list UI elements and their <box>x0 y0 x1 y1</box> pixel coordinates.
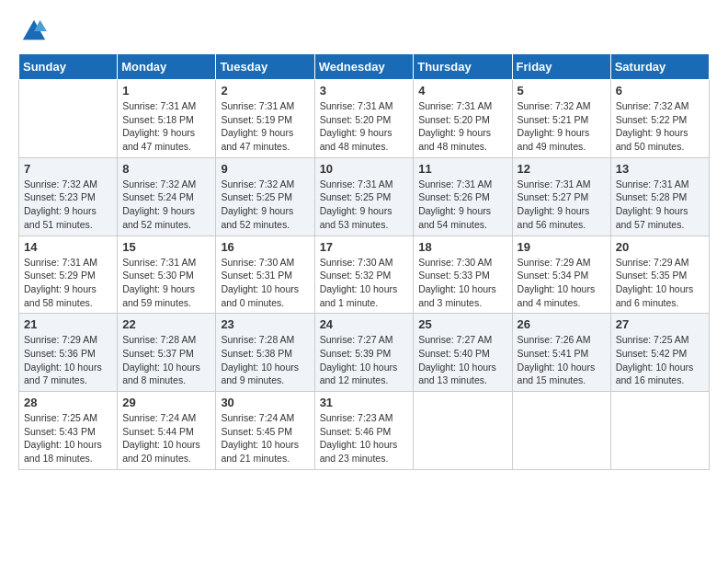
day-info: Sunrise: 7:31 AM Sunset: 5:30 PM Dayligh… <box>122 256 210 310</box>
calendar-day-cell: 11Sunrise: 7:31 AM Sunset: 5:26 PM Dayli… <box>414 157 512 236</box>
day-number: 18 <box>418 240 506 254</box>
calendar-day-cell: 31Sunrise: 7:23 AM Sunset: 5:46 PM Dayli… <box>314 392 414 470</box>
day-number: 6 <box>616 84 704 98</box>
day-number: 23 <box>221 317 309 331</box>
day-number: 27 <box>616 317 704 331</box>
day-info: Sunrise: 7:26 AM Sunset: 5:41 PM Dayligh… <box>518 333 606 387</box>
day-number: 5 <box>518 84 606 98</box>
day-info: Sunrise: 7:31 AM Sunset: 5:19 PM Dayligh… <box>221 99 309 154</box>
calendar-day-cell: 30Sunrise: 7:24 AM Sunset: 5:45 PM Dayli… <box>216 392 314 470</box>
calendar-day-cell: 27Sunrise: 7:25 AM Sunset: 5:42 PM Dayli… <box>610 314 709 392</box>
day-info: Sunrise: 7:25 AM Sunset: 5:42 PM Dayligh… <box>616 333 704 387</box>
calendar-empty-cell <box>610 392 709 470</box>
calendar-day-cell: 21Sunrise: 7:29 AM Sunset: 5:36 PM Dayli… <box>19 314 118 392</box>
calendar-day-cell: 5Sunrise: 7:32 AM Sunset: 5:21 PM Daylig… <box>512 80 610 158</box>
calendar-day-cell: 1Sunrise: 7:31 AM Sunset: 5:18 PM Daylig… <box>118 80 216 158</box>
day-number: 11 <box>418 162 506 176</box>
day-info: Sunrise: 7:24 AM Sunset: 5:44 PM Dayligh… <box>122 411 210 465</box>
calendar-header-thursday: Thursday <box>414 54 512 80</box>
calendar-week-row: 14Sunrise: 7:31 AM Sunset: 5:29 PM Dayli… <box>19 236 710 314</box>
logo-icon <box>21 18 47 44</box>
calendar-day-cell: 24Sunrise: 7:27 AM Sunset: 5:39 PM Dayli… <box>314 314 414 392</box>
day-number: 1 <box>122 84 210 98</box>
calendar-day-cell: 26Sunrise: 7:26 AM Sunset: 5:41 PM Dayli… <box>512 314 610 392</box>
calendar-week-row: 1Sunrise: 7:31 AM Sunset: 5:18 PM Daylig… <box>19 80 710 158</box>
day-info: Sunrise: 7:31 AM Sunset: 5:28 PM Dayligh… <box>616 178 704 232</box>
calendar-week-row: 21Sunrise: 7:29 AM Sunset: 5:36 PM Dayli… <box>19 314 710 392</box>
calendar-week-row: 28Sunrise: 7:25 AM Sunset: 5:43 PM Dayli… <box>19 392 710 470</box>
day-info: Sunrise: 7:30 AM Sunset: 5:33 PM Dayligh… <box>418 256 506 310</box>
day-number: 30 <box>221 396 309 409</box>
day-info: Sunrise: 7:31 AM Sunset: 5:29 PM Dayligh… <box>24 256 112 310</box>
day-number: 31 <box>320 396 409 409</box>
calendar-day-cell: 3Sunrise: 7:31 AM Sunset: 5:20 PM Daylig… <box>314 80 414 158</box>
day-number: 3 <box>320 84 409 98</box>
calendar-empty-cell <box>19 80 118 158</box>
calendar-day-cell: 10Sunrise: 7:31 AM Sunset: 5:25 PM Dayli… <box>314 157 414 236</box>
day-info: Sunrise: 7:28 AM Sunset: 5:38 PM Dayligh… <box>221 333 309 387</box>
day-info: Sunrise: 7:28 AM Sunset: 5:37 PM Dayligh… <box>122 333 210 387</box>
day-number: 4 <box>418 84 506 98</box>
day-info: Sunrise: 7:29 AM Sunset: 5:36 PM Dayligh… <box>24 333 112 387</box>
day-number: 10 <box>320 162 409 176</box>
day-info: Sunrise: 7:27 AM Sunset: 5:40 PM Dayligh… <box>418 333 506 387</box>
day-info: Sunrise: 7:32 AM Sunset: 5:24 PM Dayligh… <box>122 178 210 232</box>
calendar-day-cell: 15Sunrise: 7:31 AM Sunset: 5:30 PM Dayli… <box>118 236 216 314</box>
day-number: 29 <box>122 396 210 409</box>
calendar-day-cell: 13Sunrise: 7:31 AM Sunset: 5:28 PM Dayli… <box>610 157 709 236</box>
day-info: Sunrise: 7:29 AM Sunset: 5:35 PM Dayligh… <box>616 256 704 310</box>
calendar-day-cell: 19Sunrise: 7:29 AM Sunset: 5:34 PM Dayli… <box>512 236 610 314</box>
calendar-header-sunday: Sunday <box>19 54 118 80</box>
day-number: 20 <box>616 240 704 254</box>
day-number: 8 <box>122 162 210 176</box>
day-number: 16 <box>221 240 309 254</box>
day-info: Sunrise: 7:32 AM Sunset: 5:25 PM Dayligh… <box>221 178 309 232</box>
calendar-header-saturday: Saturday <box>610 54 709 80</box>
day-number: 2 <box>221 84 309 98</box>
calendar-header-monday: Monday <box>118 54 216 80</box>
day-info: Sunrise: 7:29 AM Sunset: 5:34 PM Dayligh… <box>518 256 606 310</box>
day-number: 21 <box>24 317 112 331</box>
calendar-header-row: SundayMondayTuesdayWednesdayThursdayFrid… <box>19 54 710 80</box>
day-info: Sunrise: 7:32 AM Sunset: 5:22 PM Dayligh… <box>616 99 704 154</box>
calendar-week-row: 7Sunrise: 7:32 AM Sunset: 5:23 PM Daylig… <box>19 157 710 236</box>
day-number: 7 <box>24 162 112 176</box>
calendar-day-cell: 28Sunrise: 7:25 AM Sunset: 5:43 PM Dayli… <box>19 392 118 470</box>
day-info: Sunrise: 7:31 AM Sunset: 5:18 PM Dayligh… <box>122 99 210 154</box>
calendar-header-friday: Friday <box>512 54 610 80</box>
calendar-header-wednesday: Wednesday <box>314 54 414 80</box>
calendar-day-cell: 23Sunrise: 7:28 AM Sunset: 5:38 PM Dayli… <box>216 314 314 392</box>
calendar-day-cell: 8Sunrise: 7:32 AM Sunset: 5:24 PM Daylig… <box>118 157 216 236</box>
page-header <box>18 18 710 44</box>
day-number: 22 <box>122 317 210 331</box>
day-info: Sunrise: 7:32 AM Sunset: 5:21 PM Dayligh… <box>518 99 606 154</box>
calendar-day-cell: 22Sunrise: 7:28 AM Sunset: 5:37 PM Dayli… <box>118 314 216 392</box>
day-info: Sunrise: 7:23 AM Sunset: 5:46 PM Dayligh… <box>320 411 409 465</box>
day-number: 9 <box>221 162 309 176</box>
calendar-empty-cell <box>512 392 610 470</box>
calendar-day-cell: 18Sunrise: 7:30 AM Sunset: 5:33 PM Dayli… <box>414 236 512 314</box>
calendar-day-cell: 9Sunrise: 7:32 AM Sunset: 5:25 PM Daylig… <box>216 157 314 236</box>
day-info: Sunrise: 7:31 AM Sunset: 5:20 PM Dayligh… <box>320 99 409 154</box>
calendar-day-cell: 2Sunrise: 7:31 AM Sunset: 5:19 PM Daylig… <box>216 80 314 158</box>
day-info: Sunrise: 7:24 AM Sunset: 5:45 PM Dayligh… <box>221 411 309 465</box>
day-info: Sunrise: 7:30 AM Sunset: 5:31 PM Dayligh… <box>221 256 309 310</box>
day-info: Sunrise: 7:25 AM Sunset: 5:43 PM Dayligh… <box>24 411 112 465</box>
day-number: 28 <box>24 396 112 409</box>
logo <box>18 18 47 44</box>
day-number: 12 <box>518 162 606 176</box>
calendar-day-cell: 20Sunrise: 7:29 AM Sunset: 5:35 PM Dayli… <box>610 236 709 314</box>
calendar-day-cell: 12Sunrise: 7:31 AM Sunset: 5:27 PM Dayli… <box>512 157 610 236</box>
day-info: Sunrise: 7:31 AM Sunset: 5:25 PM Dayligh… <box>320 178 409 232</box>
calendar-empty-cell <box>414 392 512 470</box>
calendar-day-cell: 4Sunrise: 7:31 AM Sunset: 5:20 PM Daylig… <box>414 80 512 158</box>
day-info: Sunrise: 7:32 AM Sunset: 5:23 PM Dayligh… <box>24 178 112 232</box>
day-number: 24 <box>320 317 409 331</box>
calendar-day-cell: 16Sunrise: 7:30 AM Sunset: 5:31 PM Dayli… <box>216 236 314 314</box>
calendar-day-cell: 25Sunrise: 7:27 AM Sunset: 5:40 PM Dayli… <box>414 314 512 392</box>
day-number: 13 <box>616 162 704 176</box>
day-info: Sunrise: 7:31 AM Sunset: 5:27 PM Dayligh… <box>518 178 606 232</box>
calendar-day-cell: 17Sunrise: 7:30 AM Sunset: 5:32 PM Dayli… <box>314 236 414 314</box>
calendar-table: SundayMondayTuesdayWednesdayThursdayFrid… <box>18 53 710 470</box>
calendar-header-tuesday: Tuesday <box>216 54 314 80</box>
